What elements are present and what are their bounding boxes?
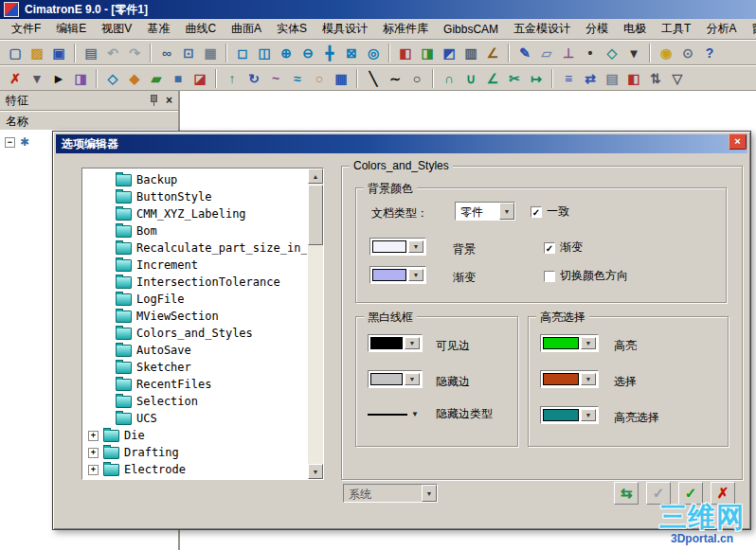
tree-item[interactable]: + CMM_XYZ_Labeling — [83, 205, 307, 222]
palette-icon[interactable]: ◧ — [623, 68, 644, 89]
revolve-icon[interactable]: ↻ — [243, 68, 264, 89]
highlight-select-color-combo[interactable]: ▼ — [540, 406, 599, 424]
menu-item[interactable]: 基准 — [139, 19, 177, 39]
undo-icon[interactable]: ↶ — [102, 43, 123, 63]
expand-plus-icon[interactable]: + — [88, 431, 99, 441]
polyline-icon[interactable]: ∼ — [385, 68, 405, 89]
scroll-up-icon[interactable]: ▲ — [308, 169, 323, 184]
menu-item[interactable]: 模具设计 — [315, 19, 375, 39]
tree-item[interactable]: + AutoSave — [83, 342, 307, 359]
consistent-checkbox[interactable]: ✓ 一致 — [531, 204, 569, 220]
fillet-icon[interactable]: ∪ — [460, 68, 481, 89]
mirror-icon[interactable]: ⇄ — [580, 68, 601, 89]
loft-icon[interactable]: ≈ — [287, 68, 308, 89]
menu-item[interactable]: 曲面A — [224, 19, 269, 39]
menu-item[interactable]: 标准件库 — [375, 19, 436, 39]
tree-item[interactable]: + IntersectionTolerance — [83, 274, 307, 291]
redo-icon[interactable]: ↷ — [124, 43, 145, 63]
tree-item[interactable]: + UCS — [83, 410, 307, 427]
more-dropdown-icon[interactable]: ▾ — [623, 43, 644, 63]
chamfer-icon[interactable]: ∠ — [482, 68, 503, 89]
mouse-icon[interactable]: ⊙ — [677, 43, 698, 63]
hidden-edge-linetype-combo[interactable]: ▼ — [368, 410, 419, 418]
menu-item[interactable]: 工具T — [654, 19, 698, 39]
chevron-down-icon[interactable]: ▼ — [408, 240, 423, 253]
zoom-window-icon[interactable]: ◫ — [254, 43, 275, 63]
tree-item[interactable]: + Sketcher — [83, 359, 307, 376]
line-icon[interactable]: ╲ — [363, 68, 384, 89]
menu-item[interactable]: 电极 — [616, 19, 654, 39]
view-cube-green-icon[interactable]: ◨ — [417, 43, 438, 63]
dialog-close-button[interactable]: × — [729, 133, 747, 150]
extend-icon[interactable]: ↦ — [526, 68, 547, 89]
chevron-down-icon[interactable]: ▼ — [581, 409, 596, 421]
menu-item[interactable]: 分模 — [578, 19, 616, 39]
menu-item[interactable]: 五金模设计 — [506, 19, 578, 39]
chevron-down-icon[interactable]: ▼ — [411, 410, 419, 418]
filter-funnel-icon[interactable]: ▽ — [667, 68, 688, 89]
print-icon[interactable]: ▤ — [81, 43, 101, 63]
highlight-color-combo[interactable]: ▼ — [540, 334, 599, 352]
select-window-icon[interactable]: ◻ — [232, 43, 253, 63]
tree-item[interactable]: + Drafting — [83, 444, 307, 461]
section-view-icon[interactable]: ◪ — [189, 68, 210, 89]
tree-item[interactable]: + RecentFiles — [83, 376, 307, 393]
menu-item[interactable]: 曲线C — [177, 19, 224, 39]
checkbox-box[interactable]: ✓ — [531, 206, 542, 218]
datatable-icon[interactable]: ▦ — [200, 43, 221, 63]
measure-icon[interactable]: ∠ — [482, 43, 503, 63]
zoom-out-icon[interactable]: ⊖ — [297, 43, 318, 63]
dialog-title-bar[interactable]: 选项编辑器 — [56, 134, 747, 153]
scope-combo[interactable]: 系统 ▼ — [343, 484, 438, 503]
shell-icon[interactable]: ○ — [309, 68, 330, 89]
trim-icon[interactable]: ✂ — [504, 68, 525, 89]
menu-item[interactable]: 编辑E — [48, 19, 94, 39]
tree-item[interactable]: + Increment — [83, 257, 307, 274]
scroll-down-icon[interactable]: ▼ — [308, 464, 323, 479]
pan-icon[interactable]: ╋ — [319, 43, 340, 63]
extrude-icon[interactable]: ↑ — [222, 68, 243, 89]
chevron-down-icon[interactable]: ▼ — [408, 269, 423, 281]
wireframe-icon[interactable]: ◇ — [102, 68, 123, 89]
point-icon[interactable]: • — [580, 43, 601, 63]
view-cube-red-icon[interactable]: ◧ — [395, 43, 416, 63]
chevron-down-icon[interactable]: ▼ — [405, 337, 420, 349]
arc-icon[interactable]: ∩ — [439, 68, 459, 89]
tree-item[interactable]: + Selection — [83, 393, 307, 410]
sweep-icon[interactable]: ~ — [265, 68, 286, 89]
solid-icon[interactable]: ■ — [168, 68, 189, 89]
view-cube-blue-icon[interactable]: ◩ — [439, 43, 459, 63]
tree-item[interactable]: + ButtonStyle — [83, 188, 307, 205]
pin-icon[interactable] — [149, 95, 158, 106]
sketch-pencil-icon[interactable]: ✎ — [514, 43, 535, 63]
menu-item[interactable]: 文件F — [4, 19, 48, 39]
open-folder-icon[interactable]: ▨ — [27, 43, 47, 63]
color-fill-icon[interactable]: ◨ — [70, 68, 91, 89]
tree-item[interactable]: + Bom — [83, 222, 307, 240]
circle-icon[interactable]: ○ — [406, 68, 427, 89]
offset-icon[interactable]: ≡ — [558, 68, 579, 89]
tree-item[interactable]: + Die — [83, 427, 307, 444]
apply-button[interactable]: ✓ — [646, 482, 671, 505]
collapse-minus-icon[interactable]: − — [5, 137, 15, 148]
surface-icon[interactable]: ▰ — [146, 68, 167, 89]
gradient-checkbox[interactable]: ✓ 渐变 — [544, 240, 583, 256]
chevron-down-icon[interactable]: ▼ — [422, 485, 437, 502]
expand-plus-icon[interactable]: + — [88, 448, 99, 458]
plane-icon[interactable]: ▱ — [536, 43, 557, 63]
ok-button[interactable]: ✓ — [678, 482, 703, 505]
zoom-fit-icon[interactable]: ⊠ — [341, 43, 362, 63]
zoom-in-icon[interactable]: ⊕ — [276, 43, 297, 63]
menu-item[interactable]: GibbsCAM — [436, 21, 506, 38]
tree-item[interactable]: + Recalculate_part_size_in_save — [83, 240, 307, 257]
select-color-combo[interactable]: ▼ — [540, 370, 599, 388]
menu-item[interactable]: 窗口 — [744, 19, 756, 39]
monitor-icon[interactable]: ⊡ — [178, 43, 199, 63]
hidden-edge-color-combo[interactable]: ▼ — [368, 370, 423, 388]
menu-item[interactable]: 实体S — [269, 19, 315, 39]
tree-item[interactable]: + Colors_and_Styles — [83, 325, 307, 342]
selection-filter-icon[interactable]: ▼ — [27, 68, 47, 89]
new-file-icon[interactable]: ▢ — [5, 43, 26, 63]
cancel-button[interactable]: ✗ — [711, 482, 735, 505]
calculator-icon[interactable]: ▥ — [460, 43, 481, 63]
